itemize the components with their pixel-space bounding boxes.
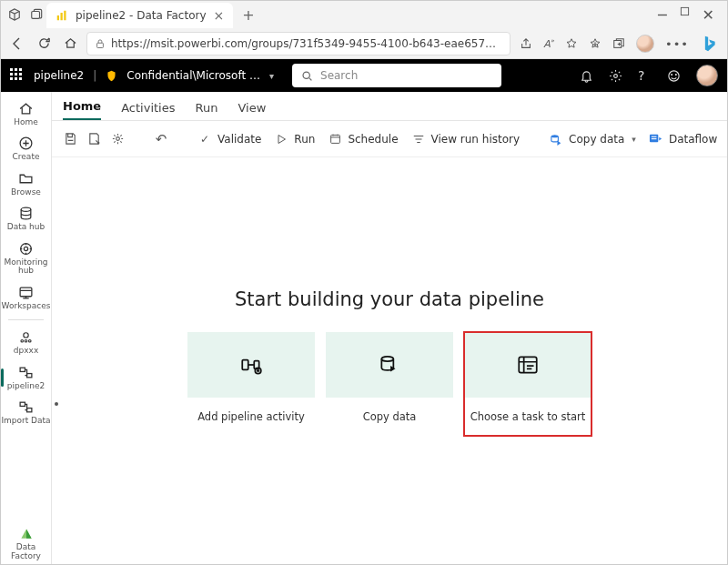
undo-icon: ↶: [154, 132, 168, 146]
settings-button[interactable]: [108, 130, 126, 148]
nav-create[interactable]: Create: [1, 132, 51, 165]
import-icon: [18, 399, 34, 415]
svg-point-10: [672, 74, 672, 75]
nav-monitoring[interactable]: Monitoring hub: [1, 237, 51, 279]
nav-data-hub-label: Data hub: [7, 223, 45, 231]
copy-data-large-icon: [378, 353, 401, 377]
svg-rect-29: [652, 136, 657, 137]
svg-rect-40: [519, 357, 537, 372]
window-close-icon[interactable]: ✕: [703, 6, 714, 24]
tab-run[interactable]: Run: [196, 101, 218, 120]
nav-workspaces[interactable]: Workspaces: [1, 281, 51, 314]
nav-browse[interactable]: Browse: [1, 167, 51, 200]
dataflow-button[interactable]: Dataflow: [647, 130, 719, 148]
text-size-icon[interactable]: A»: [543, 37, 554, 50]
svg-rect-0: [32, 12, 40, 19]
browser-leading-icons: [8, 8, 43, 21]
svg-rect-2: [61, 13, 63, 20]
canvas: Start building your data pipeline Add pi…: [52, 157, 727, 565]
collections-icon[interactable]: [612, 37, 625, 50]
window-maximize-icon[interactable]: [680, 6, 690, 24]
feedback-icon[interactable]: [667, 69, 682, 83]
sensitivity-label[interactable]: Confidential\Microsoft …: [126, 69, 260, 82]
profile-avatar[interactable]: [636, 35, 654, 53]
chevron-down-icon[interactable]: ▾: [269, 71, 274, 81]
app-launcher-icon[interactable]: [10, 68, 25, 83]
nav-data-factory[interactable]: Data Factory: [1, 521, 51, 565]
ribbon-tabs: Home Activities Run View: [52, 92, 727, 121]
tab-title: pipeline2 - Data Factory: [76, 9, 207, 22]
validate-button[interactable]: ✓Validate: [196, 130, 263, 148]
svg-rect-24: [27, 409, 32, 412]
save-button[interactable]: [61, 130, 79, 148]
svg-point-19: [25, 340, 27, 343]
svg-point-14: [21, 243, 32, 254]
svg-rect-3: [64, 11, 66, 21]
back-icon[interactable]: [10, 36, 25, 51]
database-icon: [18, 206, 34, 221]
refresh-icon[interactable]: [37, 36, 51, 51]
app-header: pipeline2 | Confidential\Microsoft … ▾ S…: [1, 59, 727, 92]
play-icon: [274, 132, 288, 146]
left-nav: Home Create Browse Data hub Monitoring h…: [1, 92, 52, 565]
nav-data-factory-label: Data Factory: [1, 543, 51, 560]
nav-data-hub[interactable]: Data hub: [1, 202, 51, 235]
monitor-icon: [18, 241, 34, 257]
card-label: Choose a task to start: [470, 410, 586, 423]
data-factory-icon: [18, 525, 35, 541]
svg-point-39: [381, 356, 393, 360]
svg-rect-30: [652, 138, 657, 139]
address-bar[interactable]: https://msit.powerbi.com/groups/731f5349…: [86, 32, 511, 55]
svg-point-8: [614, 74, 618, 77]
save-as-button[interactable]: [85, 130, 103, 148]
bing-icon[interactable]: [700, 35, 718, 53]
run-button[interactable]: Run: [272, 130, 317, 148]
view-history-button[interactable]: View run history: [410, 130, 522, 148]
tab-view[interactable]: View: [238, 101, 266, 120]
nav-import-label: Import Data: [1, 416, 50, 425]
sensitivity-icon: [106, 70, 117, 82]
nav-import-data[interactable]: Import Data: [1, 396, 51, 429]
workspaces-icon: [18, 285, 34, 300]
save-as-icon: [86, 132, 101, 146]
favorites-icon[interactable]: [589, 37, 602, 50]
nav-dpxxx-label: dpxxx: [14, 347, 38, 355]
new-tab-button[interactable]: +: [237, 6, 259, 24]
toolbar: ↶ ✓Validate Run Schedule View run histor…: [52, 121, 727, 157]
card-copy-data[interactable]: Copy data: [326, 332, 453, 436]
svg-point-7: [303, 72, 309, 78]
tab-activities[interactable]: Activities: [121, 101, 175, 120]
share-icon[interactable]: [520, 37, 532, 50]
tabs-icon[interactable]: [30, 8, 43, 21]
star-add-icon[interactable]: [565, 37, 578, 50]
copy-data-button[interactable]: Copy data▾: [547, 130, 638, 148]
svg-point-27: [551, 135, 558, 137]
nav-home[interactable]: Home: [1, 97, 51, 130]
tab-close-icon[interactable]: ×: [214, 8, 225, 23]
page-heading: Start building your data pipeline: [235, 288, 544, 310]
nav-pipeline2[interactable]: pipeline2: [1, 361, 51, 394]
card-choose-task[interactable]: Choose a task to start: [464, 332, 592, 436]
cube-icon[interactable]: [8, 8, 21, 21]
window-minimize-icon[interactable]: ─: [658, 6, 667, 24]
more-icon[interactable]: •••: [665, 37, 689, 51]
card-add-activity[interactable]: Add pipeline activity: [187, 332, 315, 436]
svg-rect-1: [57, 15, 59, 20]
svg-rect-26: [331, 135, 340, 143]
home-icon[interactable]: [64, 36, 77, 51]
plus-circle-icon: [18, 136, 34, 151]
tab-home[interactable]: Home: [63, 99, 101, 120]
svg-rect-36: [242, 359, 248, 369]
user-avatar[interactable]: [696, 65, 718, 86]
nav-dpxxx[interactable]: dpxxx: [1, 326, 51, 358]
notifications-icon[interactable]: [580, 69, 594, 83]
schedule-button[interactable]: Schedule: [326, 130, 399, 148]
search-input[interactable]: Search: [292, 64, 501, 87]
undo-button[interactable]: ↶: [152, 130, 170, 148]
svg-rect-4: [681, 7, 688, 15]
help-icon[interactable]: ?: [638, 68, 652, 83]
settings-icon[interactable]: [609, 69, 623, 83]
pipeline-activity-icon: [239, 353, 263, 377]
browser-tab[interactable]: pipeline2 - Data Factory ×: [46, 3, 233, 28]
pipeline-name[interactable]: pipeline2: [34, 69, 84, 82]
